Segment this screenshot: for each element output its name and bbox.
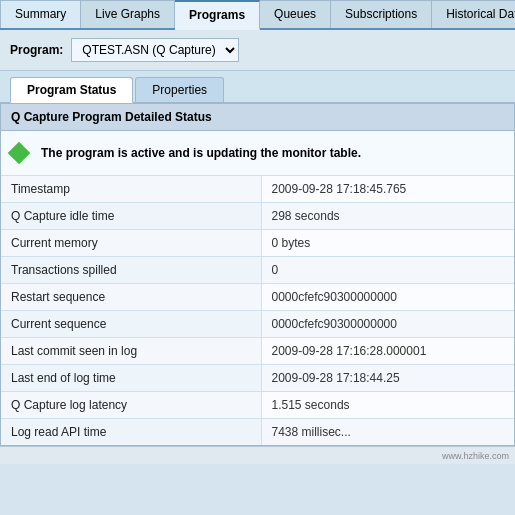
program-select[interactable]: QTEST.ASN (Q Capture) [71, 38, 239, 62]
table-row: Last commit seen in log 2009-09-28 17:16… [1, 338, 514, 365]
table-row: Timestamp 2009-09-28 17:18:45.765 [1, 176, 514, 203]
row-value: 2009-09-28 17:18:44.25 [261, 365, 514, 392]
status-message-row: The program is active and is updating th… [1, 131, 514, 176]
row-value: 0 [261, 257, 514, 284]
row-key: Last end of log time [1, 365, 261, 392]
program-label: Program: [10, 43, 63, 57]
tab-subscriptions[interactable]: Subscriptions [331, 0, 432, 28]
table-row: Log read API time 7438 millisec... [1, 419, 514, 446]
sub-tab-program-status[interactable]: Program Status [10, 77, 133, 103]
row-value: 1.515 seconds [261, 392, 514, 419]
tab-programs[interactable]: Programs [175, 0, 260, 30]
main-panel: Q Capture Program Detailed Status The pr… [0, 103, 515, 446]
table-row: Q Capture idle time 298 seconds [1, 203, 514, 230]
table-row: Current sequence 0000cfefc90300000000 [1, 311, 514, 338]
row-key: Current sequence [1, 311, 261, 338]
row-key: Current memory [1, 230, 261, 257]
row-key: Timestamp [1, 176, 261, 203]
tab-queues[interactable]: Queues [260, 0, 331, 28]
content-area: Program Status Properties Q Capture Prog… [0, 71, 515, 446]
row-key: Last commit seen in log [1, 338, 261, 365]
program-select-wrapper: QTEST.ASN (Q Capture) [71, 38, 239, 62]
top-nav-bar: Summary Live Graphs Programs Queues Subs… [0, 0, 515, 30]
program-selector-row: Program: QTEST.ASN (Q Capture) [0, 30, 515, 71]
watermark-bar: www.hzhike.com [0, 446, 515, 464]
tab-live-graphs[interactable]: Live Graphs [81, 0, 175, 28]
table-row: Restart sequence 0000cfefc90300000000 [1, 284, 514, 311]
row-value: 2009-09-28 17:16:28.000001 [261, 338, 514, 365]
table-row: Current memory 0 bytes [1, 230, 514, 257]
watermark-text: www.hzhike.com [442, 451, 509, 461]
row-key: Transactions spilled [1, 257, 261, 284]
active-status-icon [8, 142, 31, 165]
row-value: 0000cfefc90300000000 [261, 284, 514, 311]
row-key: Restart sequence [1, 284, 261, 311]
row-key: Q Capture idle time [1, 203, 261, 230]
row-value: 7438 millisec... [261, 419, 514, 446]
status-data-table: Timestamp 2009-09-28 17:18:45.765 Q Capt… [1, 176, 514, 445]
table-row: Q Capture log latency 1.515 seconds [1, 392, 514, 419]
row-key: Q Capture log latency [1, 392, 261, 419]
tab-summary[interactable]: Summary [0, 0, 81, 28]
sub-tab-bar: Program Status Properties [0, 71, 515, 103]
table-row: Transactions spilled 0 [1, 257, 514, 284]
row-value: 0000cfefc90300000000 [261, 311, 514, 338]
table-row: Last end of log time 2009-09-28 17:18:44… [1, 365, 514, 392]
row-value: 2009-09-28 17:18:45.765 [261, 176, 514, 203]
tab-historical-data[interactable]: Historical Data [432, 0, 515, 28]
row-value: 0 bytes [261, 230, 514, 257]
row-key: Log read API time [1, 419, 261, 446]
section-header: Q Capture Program Detailed Status [1, 104, 514, 131]
sub-tab-properties[interactable]: Properties [135, 77, 224, 102]
row-value: 298 seconds [261, 203, 514, 230]
status-message-text: The program is active and is updating th… [41, 146, 361, 160]
